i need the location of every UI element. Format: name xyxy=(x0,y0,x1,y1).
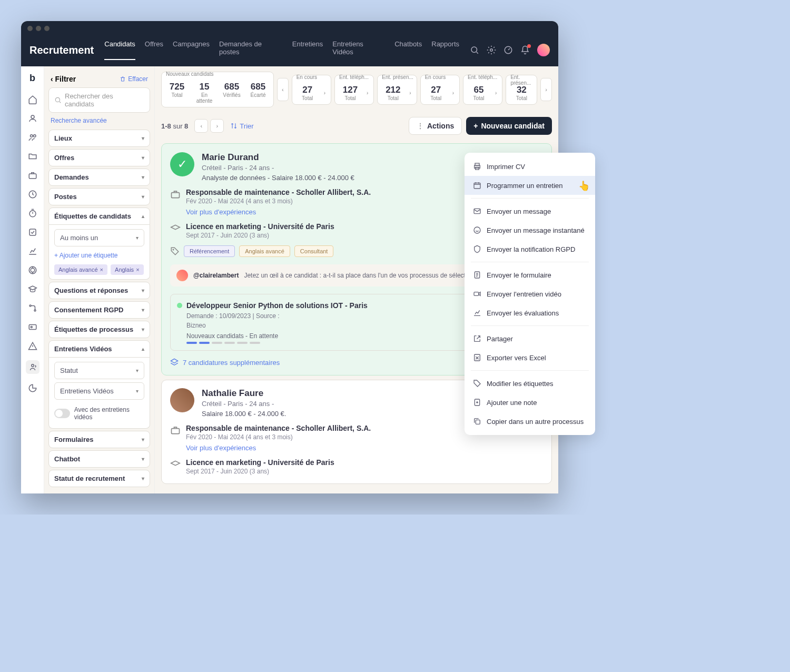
dd-rgpd[interactable]: Envoyer la notification RGPD xyxy=(465,240,595,259)
chart-icon[interactable] xyxy=(28,246,37,256)
status-card[interactable]: Ent. téléph...65Total› xyxy=(463,75,502,105)
tag-anglais[interactable]: Anglais avancé xyxy=(239,245,290,257)
briefcase-icon[interactable] xyxy=(28,171,37,180)
page-next-button[interactable]: › xyxy=(210,119,224,133)
ev-select[interactable]: Entretiens Vidéos▾ xyxy=(54,382,144,400)
filter-chatbot[interactable]: Chatbot▾ xyxy=(48,450,150,468)
filter-etiquettes-candidats[interactable]: Étiquettes de candidats▴ xyxy=(48,207,150,225)
chart-icon xyxy=(473,309,481,317)
more-experiences-link[interactable]: Voir plus d'expériences xyxy=(186,444,371,452)
filter-questions[interactable]: Questions et réponses▾ xyxy=(48,282,150,299)
at-least-one-select[interactable]: Au moins un▾ xyxy=(54,229,144,246)
logo-icon[interactable]: b xyxy=(26,73,39,85)
nav-tabs: Candidats Offres Campagnes Demandes de p… xyxy=(104,40,459,60)
close-icon[interactable]: × xyxy=(136,266,139,273)
filter-offres[interactable]: Offres▾ xyxy=(48,149,150,166)
gauge-icon[interactable] xyxy=(503,45,513,55)
chip-anglais[interactable]: Anglais × xyxy=(111,264,144,275)
app-title: Recrutement xyxy=(29,44,94,56)
clear-button[interactable]: Effacer xyxy=(120,75,148,83)
dd-etiquettes[interactable]: Modifier les étiquettes xyxy=(465,374,595,393)
filter-statut-recrutement[interactable]: Statut de recrutement▾ xyxy=(48,470,150,487)
clock-icon[interactable] xyxy=(28,190,37,199)
dd-note[interactable]: Ajouter une note xyxy=(465,393,595,412)
timer-icon[interactable] xyxy=(28,209,37,218)
more-experiences-link[interactable]: Voir plus d'expériences xyxy=(186,208,371,216)
search-input[interactable]: Rechercher des candidats xyxy=(48,87,150,113)
actions-dropdown: Imprimer CV Programmer un entretien Envo… xyxy=(465,153,595,435)
dd-excel[interactable]: Exporter vers Excel xyxy=(465,348,595,367)
dd-partager[interactable]: Partager xyxy=(465,329,595,348)
target-icon[interactable] xyxy=(28,265,37,275)
svg-rect-28 xyxy=(474,183,480,189)
user-icon[interactable] xyxy=(28,114,37,123)
scroll-left-button[interactable]: ‹ xyxy=(277,78,289,101)
user-avatar[interactable] xyxy=(537,44,550,56)
filter-entretiens-videos[interactable]: Entretiens Vidéos▴ xyxy=(48,340,150,358)
ev-toggle[interactable] xyxy=(54,409,70,418)
tag-referencement[interactable]: Référencement xyxy=(184,245,235,257)
tab-candidats[interactable]: Candidats xyxy=(104,40,135,60)
window-max-dot[interactable] xyxy=(44,26,50,31)
flow-icon[interactable] xyxy=(28,303,37,313)
filter-etiquettes-processus[interactable]: Étiquettes de processus▾ xyxy=(48,321,150,338)
users-icon[interactable] xyxy=(28,133,37,142)
dd-programmer[interactable]: Programmer un entretien xyxy=(465,176,595,195)
tab-entretiens[interactable]: Entretiens xyxy=(292,40,323,60)
warning-icon[interactable] xyxy=(28,341,37,351)
status-nouveaux[interactable]: Nouveaux candidats 725Total 15En attente… xyxy=(161,72,274,107)
copy-icon xyxy=(473,417,481,426)
pie-icon[interactable] xyxy=(28,383,37,393)
filter-postes[interactable]: Postes▾ xyxy=(48,188,150,205)
status-card[interactable]: Ent. présen...32Total xyxy=(506,75,537,105)
people-icon[interactable] xyxy=(26,360,39,374)
svg-point-5 xyxy=(33,135,36,137)
new-candidate-button[interactable]: + Nouveau candidat xyxy=(466,117,552,135)
scroll-right-button[interactable]: › xyxy=(540,78,552,101)
tab-entretiens-videos[interactable]: Entretiens Vidéos xyxy=(332,40,385,60)
advanced-search-link[interactable]: Recherche avancée xyxy=(48,115,150,130)
filter-formulaires[interactable]: Formulaires▾ xyxy=(48,431,150,448)
tab-rapports[interactable]: Rapports xyxy=(431,40,459,60)
filter-rgpd[interactable]: Consentement RGPD▾ xyxy=(48,301,150,319)
filter-lieux[interactable]: Lieux▾ xyxy=(48,130,150,147)
window-close-dot[interactable] xyxy=(27,26,33,31)
dd-formulaire[interactable]: Envoyer le formulaire xyxy=(465,265,595,284)
actions-button[interactable]: ⋮ Actions xyxy=(409,117,462,135)
education-date: Sept 2017 - Juin 2020 (3 ans) xyxy=(186,468,334,475)
status-select[interactable]: Statut▾ xyxy=(54,362,144,379)
graduation-icon[interactable] xyxy=(28,284,37,294)
status-dot xyxy=(177,303,182,308)
dd-eval[interactable]: Envoyer les évaluations xyxy=(465,303,595,322)
tab-chatbots[interactable]: Chatbots xyxy=(394,40,422,60)
gear-icon[interactable] xyxy=(487,45,496,55)
chip-anglais-avance[interactable]: Anglais avancé × xyxy=(54,264,107,275)
status-card[interactable]: En cours27Total› xyxy=(420,75,460,105)
tab-campagnes[interactable]: Campagnes xyxy=(173,40,210,60)
toggle-label: Avec des entretiens vidéos xyxy=(74,406,144,421)
id-icon[interactable] xyxy=(28,322,37,332)
add-tag-link[interactable]: + Ajouter une étiquette xyxy=(54,250,144,261)
page-prev-button[interactable]: ‹ xyxy=(194,119,208,133)
sort-button[interactable]: Trier xyxy=(230,122,253,130)
window-min-dot[interactable] xyxy=(36,26,41,31)
dd-imprimer[interactable]: Imprimer CV xyxy=(465,157,595,176)
tab-demandes[interactable]: Demandes de postes xyxy=(219,40,283,60)
dd-video[interactable]: Envoyer l'entretien vidéo xyxy=(465,284,595,303)
status-card[interactable]: En cours27Total› xyxy=(292,75,331,105)
dd-instant[interactable]: Envoyer un message instantané xyxy=(465,221,595,240)
tag-consultant[interactable]: Consultant xyxy=(294,245,334,257)
check-icon[interactable] xyxy=(28,228,37,237)
folder-icon[interactable] xyxy=(28,152,37,161)
svg-point-3 xyxy=(31,115,34,118)
status-card[interactable]: Ent. téléph...127Total› xyxy=(334,75,374,105)
close-icon[interactable]: × xyxy=(100,266,103,273)
status-card[interactable]: Ent. présen...212Total› xyxy=(377,75,417,105)
chevron-down-icon: ▾ xyxy=(142,174,144,180)
search-icon[interactable] xyxy=(470,45,479,55)
dd-copier[interactable]: Copier dans un autre processus xyxy=(465,412,595,431)
filter-demandes[interactable]: Demandes▾ xyxy=(48,169,150,186)
dd-message[interactable]: Envoyer un message xyxy=(465,202,595,221)
home-icon[interactable] xyxy=(28,95,37,104)
tab-offres[interactable]: Offres xyxy=(145,40,163,60)
